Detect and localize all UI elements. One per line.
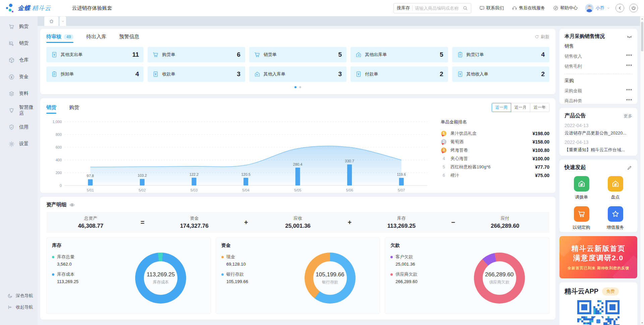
svg-text:5/01: 5/01 [87, 188, 94, 192]
scrollbar-thumb[interactable] [641, 22, 643, 51]
sidebar-dark-nav[interactable]: 深色导航 [7, 293, 38, 299]
todo-card-count: 3 [237, 70, 240, 78]
star-icon [608, 206, 623, 222]
announcements-head: 产品公告 更多 [565, 112, 632, 119]
tab-dropdown[interactable] [60, 16, 66, 26]
quick-item-stocktake[interactable]: 盘点 [608, 176, 623, 200]
house-out-icon [355, 51, 362, 58]
todo-tab-2[interactable]: 待出入库 [86, 34, 106, 43]
search-input[interactable] [415, 6, 460, 11]
todo-card[interactable]: 收款单3 [148, 66, 245, 82]
scroll-up-arrow[interactable]: ▲ [641, 17, 643, 20]
after-sales-link[interactable]: 售后在线服务 [512, 5, 545, 11]
sell-icon [8, 40, 15, 47]
svg-text:120.5: 120.5 [241, 172, 251, 176]
user-menu[interactable]: 小乔 [585, 4, 610, 12]
announcement-link[interactable]: 【重要通知】精斗云工作台域... [565, 147, 632, 153]
todo-card[interactable]: 拆卸单4 [46, 66, 144, 82]
month-row-value: *** [626, 98, 632, 104]
tab-home[interactable] [44, 16, 58, 26]
scroll-down-arrow[interactable]: ▼ [641, 322, 643, 324]
sidebar-item-settings[interactable]: 设置 [0, 136, 38, 152]
eye-icon[interactable] [69, 202, 75, 208]
data-icon [8, 91, 15, 97]
gear-icon [8, 141, 15, 147]
sidebar-item-label: 智慧微店 [19, 104, 38, 116]
trend-tab-1[interactable]: 销货 [46, 104, 56, 114]
todo-card[interactable]: 其他出库单5 [351, 47, 448, 62]
contact-link[interactable]: 联系我们 [479, 5, 504, 11]
banner-line1: 精斗云新版首页 [572, 244, 626, 253]
carousel-dot[interactable] [299, 86, 301, 88]
todo-card[interactable]: 购货订单4 [452, 47, 549, 62]
refresh-button[interactable]: 刷新 [535, 34, 549, 43]
todo-card[interactable]: 其他支出单11 [46, 47, 144, 62]
legend-text: 库存成本 [57, 271, 74, 277]
eye-closed-icon[interactable] [627, 34, 632, 39]
announcement-link[interactable]: 云进销存产品更新公告_20220... [565, 130, 632, 136]
banner-line2: 满意度调研2.0 [573, 253, 624, 263]
survey-banner[interactable]: 精斗云新版首页 满意度调研2.0 全新首页已到来 期待收到您的反馈 [559, 236, 637, 278]
announcement-date: 2022-04-13 [565, 140, 632, 145]
search-icon[interactable] [463, 5, 468, 11]
trend-tab-2[interactable]: 购货 [69, 104, 79, 114]
todo-card-label: 其他出库单 [365, 52, 387, 58]
back-button[interactable] [615, 4, 624, 12]
brand-logo[interactable]: 金蝶 精斗云 [6, 3, 51, 13]
app-root: 金蝶 精斗云 云进销存体验账套 搜库存 联系我们售后在线服务帮助中心 小乔 购货… [0, 0, 644, 325]
after-sales-label: 售后在线服务 [519, 5, 545, 11]
carousel-dots[interactable] [46, 86, 549, 88]
equation-operator: − [446, 219, 461, 226]
help-center-link[interactable]: 帮助中心 [553, 5, 578, 11]
more-link[interactable]: 更多 [624, 113, 632, 119]
carousel-dot[interactable] [294, 86, 297, 88]
filter-2[interactable]: 近一月 [511, 103, 530, 112]
equation-label: 库存 [357, 215, 446, 221]
legend-label: 银行存款 [221, 271, 286, 277]
trend-header: 销货购货 近一周近一月近一年 [46, 103, 549, 115]
ranking-row: 5西红柿意粉酱190g*6¥77.70 [441, 163, 549, 171]
todo-card-count: 5 [338, 51, 342, 58]
todo-card[interactable]: 购货单6 [148, 47, 245, 62]
chat-icon [479, 5, 485, 11]
month-row-value: *** [626, 53, 632, 59]
asset-card-body: 库存总量3,562.0库存成本113,269.25113,269.25库存成本 [52, 251, 205, 304]
todo-tab-label: 预警信息 [119, 34, 139, 40]
inventory-search[interactable]: 搜库存 [393, 3, 471, 13]
todo-card[interactable]: 付款单2 [351, 66, 448, 82]
sidebar-item-sales[interactable]: 销货 [0, 35, 38, 52]
quick-item-value-added[interactable]: 增值服务 [607, 206, 624, 230]
sidebar-item-label: 资金 [19, 74, 29, 80]
todo-card[interactable]: 销货单5 [249, 47, 346, 62]
todo-card[interactable]: 其他收入单2 [452, 66, 549, 82]
svg-text:119.6: 119.6 [397, 172, 406, 176]
sidebar-item-warehouse[interactable]: 仓库 [0, 52, 38, 68]
sidebar-item-purchase[interactable]: 购货 [0, 18, 38, 35]
quick-item-order-by-sales[interactable]: 以销定购 [573, 206, 590, 230]
todo-card[interactable]: 其他入库单3 [249, 66, 346, 82]
todo-tab-1[interactable]: 待审核49 [46, 34, 73, 43]
announcement-date: 2022-04-13 [565, 123, 632, 128]
scrollbar[interactable]: ▲ ▼ [640, 16, 644, 325]
collapse-icon [7, 305, 13, 310]
svg-text:103.2: 103.2 [138, 173, 147, 177]
donut-chart: 113,269.25库存成本 [135, 253, 186, 304]
month-row: 销售收入*** [565, 53, 632, 59]
sidebar-collapse-nav[interactable]: 收起导航 [7, 304, 38, 310]
logout-button[interactable] [629, 4, 638, 12]
sidebar-item-funds[interactable]: 资金 [0, 68, 38, 85]
todo-card-count: 4 [136, 70, 139, 78]
filter-3[interactable]: 近一年 [530, 103, 549, 112]
rank-indicator: 5 [441, 164, 447, 169]
search-scope-label[interactable]: 搜库存 [397, 5, 410, 11]
quick-item-transfer-order[interactable]: 调拨单 [574, 176, 589, 200]
donut-hole: 113,269.25库存成本 [144, 261, 177, 295]
rank-indicator: 2 [441, 139, 447, 145]
ranking-row: 2葡萄酒¥158.00 [441, 138, 549, 146]
todo-tab-3[interactable]: 预警信息 [119, 34, 139, 43]
filter-1[interactable]: 近一周 [492, 103, 511, 112]
sidebar-item-credit[interactable]: 信用 [0, 119, 38, 136]
edit-icon[interactable] [627, 165, 632, 170]
sidebar-item-smart-store[interactable]: 智慧微店 [0, 102, 38, 119]
sidebar-item-materials[interactable]: 资料 [0, 85, 38, 102]
